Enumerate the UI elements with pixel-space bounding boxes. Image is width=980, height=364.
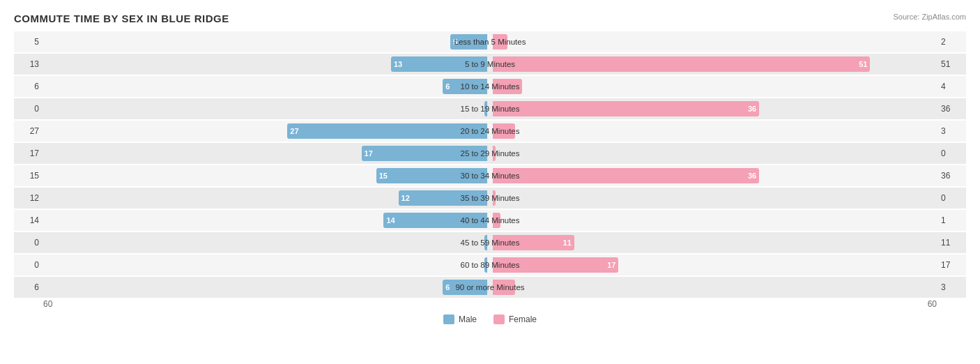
male-bar-wrap: 5 [43, 34, 490, 50]
bar-section: 1145 to 59 Minutes [43, 232, 937, 253]
female-bar-wrap [490, 213, 937, 228]
male-value: 0 [14, 260, 43, 270]
male-bar-wrap: 15 [43, 168, 490, 183]
female-label: Female [509, 314, 537, 324]
chart-row: 6610 to 14 Minutes4 [14, 76, 966, 97]
bar-section: 2720 to 24 Minutes [43, 121, 937, 142]
male-bar-wrap: 13 [43, 56, 490, 72]
legend-male: Male [443, 314, 477, 324]
female-value: 11 [937, 238, 966, 248]
bar-section: 3615 to 19 Minutes [43, 98, 937, 119]
male-bar-wrap: 6 [43, 79, 490, 94]
bar-section: 5Less than 5 Minutes [43, 31, 937, 52]
female-bar-value: 17 [607, 261, 615, 269]
bar-section: 1235 to 39 Minutes [43, 188, 937, 208]
male-bar-value: 14 [386, 216, 395, 225]
chart-container: COMMUTE TIME BY SEX IN BLUE RIDGE Source… [0, 0, 980, 364]
female-bar-value: 36 [748, 172, 756, 180]
bar-section: 13515 to 9 Minutes [43, 54, 937, 75]
female-bar-wrap [490, 123, 937, 139]
male-bar-value: 12 [401, 194, 410, 202]
male-bar-wrap: 14 [43, 213, 490, 228]
female-color-swatch [493, 314, 505, 324]
female-bar [493, 213, 500, 228]
male-bar-wrap: 6 [43, 280, 490, 295]
female-value: 36 [937, 171, 966, 181]
male-bar [484, 101, 487, 116]
female-bar-wrap: 36 [490, 168, 937, 183]
male-color-swatch [443, 314, 454, 324]
male-value: 17 [14, 149, 43, 158]
female-value: 36 [937, 104, 966, 114]
female-bar: 11 [493, 235, 574, 250]
male-bar-value: 6 [445, 82, 450, 91]
female-bar-value: 11 [563, 238, 572, 247]
male-bar: 13 [391, 56, 487, 72]
bar-section: 690 or more Minutes [43, 277, 937, 298]
male-bar-value: 6 [445, 283, 450, 291]
female-bar [493, 123, 515, 139]
female-value: 4 [937, 82, 966, 91]
bar-section: 610 to 14 Minutes [43, 76, 937, 97]
chart-row: 171725 to 29 Minutes0 [14, 143, 966, 164]
female-bar-wrap [490, 79, 937, 94]
chart-row: 272720 to 24 Minutes3 [14, 121, 966, 142]
chart-area: 55Less than 5 Minutes21313515 to 9 Minut… [14, 31, 966, 298]
bar-section: 1440 to 44 Minutes [43, 210, 937, 231]
chart-row: 01760 to 89 Minutes17 [14, 255, 966, 275]
male-value: 0 [14, 238, 43, 248]
female-value: 1 [937, 215, 966, 225]
axis-left: 60 [43, 299, 52, 309]
axis-labels: 60 60 [14, 299, 966, 309]
male-value: 5 [14, 37, 43, 47]
female-bar: 36 [493, 101, 759, 116]
male-label: Male [459, 314, 477, 324]
female-bar-value: 36 [748, 105, 756, 113]
female-bar-wrap: 36 [490, 101, 937, 116]
male-bar: 14 [383, 213, 487, 228]
male-bar: 6 [443, 79, 487, 94]
male-bar-wrap [43, 235, 490, 250]
chart-title: COMMUTE TIME BY SEX IN BLUE RIDGE [14, 13, 966, 24]
female-value: 3 [937, 126, 966, 136]
male-value: 12 [14, 193, 43, 203]
legend: Male Female [14, 314, 966, 324]
male-value: 15 [14, 171, 43, 181]
male-bar-wrap: 27 [43, 123, 490, 139]
male-bar [484, 235, 487, 250]
legend-female: Female [493, 314, 537, 324]
female-value: 51 [937, 59, 966, 69]
female-bar-wrap [490, 34, 937, 50]
male-bar-value: 15 [379, 172, 388, 180]
male-bar: 17 [362, 146, 487, 161]
male-value: 14 [14, 215, 43, 225]
chart-row: 1313515 to 9 Minutes51 [14, 54, 966, 75]
chart-row: 141440 to 44 Minutes1 [14, 210, 966, 231]
chart-row: 55Less than 5 Minutes2 [14, 31, 966, 52]
female-bar: 17 [493, 257, 618, 273]
female-bar-wrap: 17 [490, 257, 937, 273]
male-bar-value: 17 [365, 149, 373, 158]
female-value: 17 [937, 260, 966, 270]
male-bar-wrap: 12 [43, 190, 490, 206]
chart-row: 03615 to 19 Minutes36 [14, 98, 966, 119]
axis-right: 60 [928, 299, 937, 309]
male-value: 6 [14, 282, 43, 292]
female-bar [493, 280, 515, 295]
bar-section: 1725 to 29 Minutes [43, 143, 937, 164]
chart-row: 15153630 to 34 Minutes36 [14, 165, 966, 186]
male-value: 27 [14, 126, 43, 136]
male-bar: 15 [376, 168, 487, 183]
female-bar-wrap [490, 146, 937, 161]
male-value: 0 [14, 104, 43, 114]
female-bar-wrap [490, 190, 937, 206]
male-bar: 12 [399, 190, 487, 206]
female-value: 2 [937, 37, 966, 47]
chart-row: 121235 to 39 Minutes0 [14, 188, 966, 208]
female-bar [493, 190, 496, 206]
female-bar-value: 51 [859, 60, 867, 68]
female-bar [493, 34, 507, 50]
male-value: 13 [14, 59, 43, 69]
male-bar-wrap [43, 101, 490, 116]
female-value: 3 [937, 282, 966, 292]
